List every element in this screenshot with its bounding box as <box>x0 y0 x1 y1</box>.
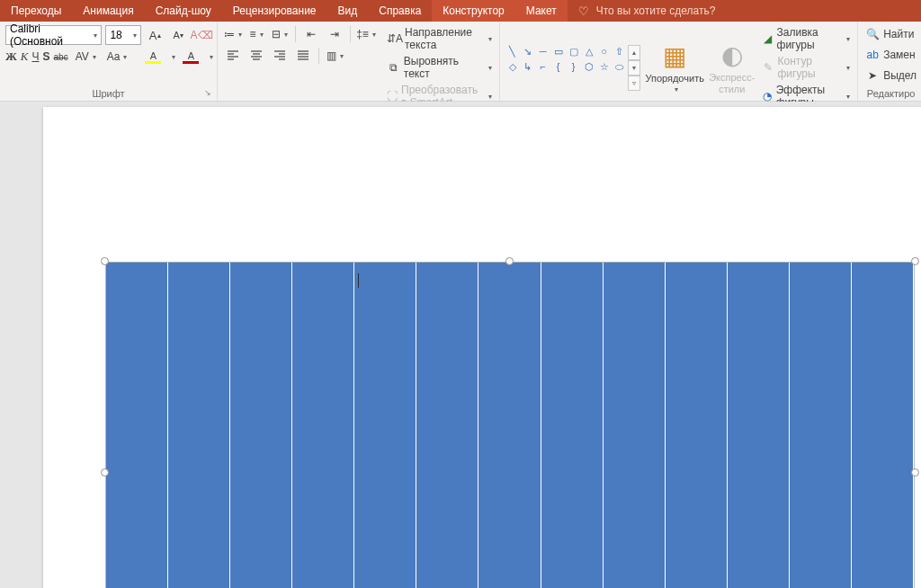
table-column[interactable] <box>292 263 354 588</box>
text-shadow-button[interactable]: S <box>43 48 50 66</box>
tell-me-box[interactable]: ♡ Что вы хотите сделать? <box>568 4 727 18</box>
lightbulb-icon: ♡ <box>578 4 589 18</box>
decrease-indent-button[interactable]: ⇤ <box>301 25 321 43</box>
search-icon: 🔍 <box>865 28 880 40</box>
text-direction-icon: ⇵A <box>387 32 401 45</box>
group-drawing: ╲ ↘ ─ ▭ ▢ △ ○ ⇧ ◇ ↳ ⌐ { } ⬡ ☆ ⬭ <box>500 22 858 101</box>
table-column[interactable] <box>790 263 852 588</box>
table-column[interactable] <box>168 263 230 588</box>
table-column[interactable] <box>354 263 416 588</box>
align-text-button[interactable]: ⧉ Выровнять текст▾ <box>385 54 494 81</box>
shape-cloud-icon[interactable]: ⬭ <box>613 60 626 74</box>
italic-button[interactable]: К <box>21 48 29 66</box>
columns-button[interactable]: ▥▾ <box>325 47 344 65</box>
table-column[interactable] <box>416 263 478 588</box>
shape-line2-icon[interactable]: ─ <box>536 45 550 58</box>
align-left-button[interactable] <box>223 47 243 65</box>
list-level-button[interactable]: ⊟▾ <box>270 25 290 43</box>
smartart-icon: ⛶ <box>387 90 398 102</box>
highlight-color-dropdown[interactable]: ▾ <box>172 48 175 66</box>
gallery-more-button[interactable]: ▿ <box>628 76 640 91</box>
font-color-button[interactable]: A <box>179 48 202 66</box>
table-object[interactable] <box>105 262 915 588</box>
group-font-label: Шрифт ↘ <box>5 86 211 99</box>
font-name-combo[interactable]: Calibri (Основной ▾ <box>5 25 102 45</box>
shape-fill-button[interactable]: ◢ Заливка фигуры▾ <box>760 25 852 52</box>
shape-line-icon[interactable]: ╲ <box>505 45 519 58</box>
shape-gallery[interactable]: ╲ ↘ ─ ▭ ▢ △ ○ ⇧ ◇ ↳ ⌐ { } ⬡ ☆ ⬭ <box>505 45 626 91</box>
shape-star-icon[interactable]: ☆ <box>597 60 611 74</box>
highlight-color-button[interactable]: A <box>141 48 165 66</box>
tab-animations[interactable]: Анимация <box>72 0 144 22</box>
line-spacing-button[interactable]: ‡≡▾ <box>356 25 376 43</box>
tab-review[interactable]: Рецензирование <box>222 0 327 22</box>
replace-button[interactable]: ab Замен <box>863 46 918 64</box>
resize-handle-tl[interactable] <box>101 257 109 265</box>
tell-me-placeholder: Что вы хотите сделать? <box>596 4 716 17</box>
shape-lbrace-icon[interactable]: { <box>551 60 565 74</box>
gallery-down-button[interactable]: ▾ <box>628 60 640 76</box>
font-color-dropdown[interactable]: ▾ <box>210 48 213 66</box>
justify-button[interactable] <box>293 47 313 65</box>
tab-view[interactable]: Вид <box>327 0 369 22</box>
align-right-button[interactable] <box>270 47 290 65</box>
decrease-font-button[interactable]: A▾ <box>168 26 188 44</box>
tab-slideshow[interactable]: Слайд-шоу <box>145 0 222 22</box>
shape-diamond-icon[interactable]: ◇ <box>505 60 519 74</box>
table-column[interactable] <box>230 263 292 588</box>
table-column[interactable] <box>666 263 728 588</box>
resize-handle-ml[interactable] <box>101 468 109 477</box>
table-selection[interactable] <box>105 262 915 588</box>
bullets-button[interactable]: ≔▾ <box>223 25 243 43</box>
shape-rect2-icon[interactable]: ▢ <box>567 45 580 58</box>
gallery-up-button[interactable]: ▴ <box>628 45 640 60</box>
table-column[interactable] <box>541 263 604 588</box>
tab-transitions[interactable]: Переходы <box>0 0 72 22</box>
table-column[interactable] <box>852 263 914 588</box>
table-column[interactable] <box>728 263 790 588</box>
shape-elbow-icon[interactable]: ⌐ <box>536 60 550 74</box>
tab-table-design[interactable]: Конструктор <box>432 0 514 22</box>
clear-formatting-button[interactable]: A⌫ <box>192 26 211 44</box>
slide-workspace <box>0 102 921 588</box>
shape-gallery-scroll: ▴ ▾ ▿ <box>628 45 640 91</box>
arrange-button[interactable]: ▦ Упорядочить ▾ <box>646 38 703 97</box>
dialog-launcher-icon[interactable]: ↘ <box>204 88 211 97</box>
char-spacing-button[interactable]: AV▾ <box>72 48 100 66</box>
resize-handle-tr[interactable] <box>911 257 919 265</box>
resize-handle-mr[interactable] <box>911 468 919 477</box>
tab-help[interactable]: Справка <box>368 0 432 22</box>
shape-arrowup-icon[interactable]: ⇧ <box>613 45 626 58</box>
align-center-button[interactable] <box>246 47 266 65</box>
strikethrough-button[interactable]: abc <box>54 48 68 66</box>
shape-connector-icon[interactable]: ↳ <box>521 60 534 74</box>
select-button[interactable]: ➤ Выдел <box>863 67 918 85</box>
numbering-button[interactable]: ≡▾ <box>246 25 266 43</box>
shape-rect-icon[interactable]: ▭ <box>551 45 565 58</box>
group-paragraph: ≔▾ ≡▾ ⊟▾ ⇤ ⇥ ‡≡▾ <box>218 22 500 101</box>
text-direction-button[interactable]: ⇵A Направление текста▾ <box>385 25 494 52</box>
table-column[interactable] <box>604 263 666 588</box>
resize-handle-tm[interactable] <box>505 257 514 265</box>
shape-arrow-icon[interactable]: ↘ <box>521 45 534 58</box>
change-case-button[interactable]: Aa▾ <box>103 48 131 66</box>
find-button[interactable]: 🔍 Найти <box>863 25 918 43</box>
increase-indent-button[interactable]: ⇥ <box>325 25 344 43</box>
group-font: Calibri (Основной ▾ 18 ▾ A▴ A▾ A⌫ Ж К Ч … <box>0 22 218 101</box>
shape-hex-icon[interactable]: ⬡ <box>582 60 595 74</box>
tab-table-layout[interactable]: Макет <box>515 0 568 22</box>
shape-circle-icon[interactable]: ○ <box>597 45 611 58</box>
increase-font-button[interactable]: A▴ <box>145 26 165 44</box>
table-column[interactable] <box>478 263 541 588</box>
font-name-value: Calibri (Основной <box>10 22 90 48</box>
bold-button[interactable]: Ж <box>5 48 17 66</box>
shape-rbrace-icon[interactable]: } <box>567 60 580 74</box>
separator <box>318 48 319 64</box>
table-column[interactable] <box>106 263 168 588</box>
underline-button[interactable]: Ч <box>32 48 40 66</box>
font-size-combo[interactable]: 18 ▾ <box>105 25 141 45</box>
font-size-value: 18 <box>110 29 121 41</box>
arrange-icon: ▦ <box>663 41 686 71</box>
group-editing: 🔍 Найти ab Замен ➤ Выдел Редактиро <box>858 22 921 101</box>
shape-tri-icon[interactable]: △ <box>582 45 595 58</box>
